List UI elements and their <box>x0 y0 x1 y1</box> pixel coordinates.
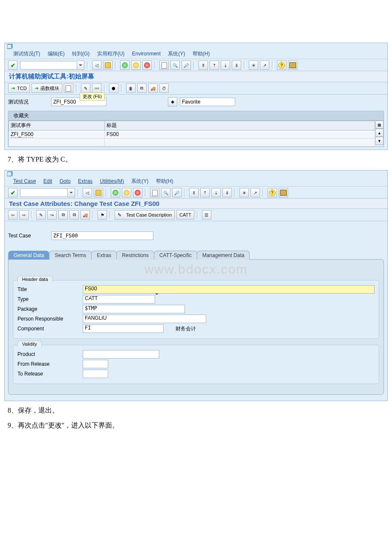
last-page-icon[interactable]: ⥥ <box>232 61 241 70</box>
person-responsible-input[interactable]: FANGLIU <box>83 315 206 323</box>
table-row[interactable] <box>9 139 375 147</box>
save-icon[interactable] <box>94 188 103 197</box>
first-page-icon[interactable]: ⥣ <box>199 61 208 70</box>
test-case-description-button[interactable]: ✎ Test Case Description <box>115 210 175 220</box>
tab-catt-specific[interactable]: CATT-Specific <box>154 251 197 260</box>
scroll-down-icon[interactable]: ▼ <box>375 137 383 145</box>
execute-icon[interactable]: ⬢ <box>109 84 118 93</box>
next-icon[interactable]: ⇨ <box>19 210 29 220</box>
prev-page-icon[interactable]: ⇡ <box>210 61 219 70</box>
menu-system[interactable]: 系统(Y) <box>131 178 148 184</box>
create-icon[interactable] <box>64 84 73 93</box>
table-row[interactable]: ZFI_FS00 FS00 <box>9 130 375 139</box>
print-icon[interactable] <box>159 61 169 70</box>
find-icon[interactable]: 🔍 <box>170 61 180 70</box>
prev-page-icon[interactable]: ⇡ <box>200 188 210 197</box>
catt-button[interactable]: CATT <box>176 210 194 220</box>
col-event[interactable]: 测试事件 <box>9 121 105 130</box>
page-title: 计算机辅助测试工具:初始屏幕 <box>5 71 387 82</box>
col-title[interactable]: 标题 <box>105 121 375 130</box>
help-icon[interactable]: ? <box>268 188 277 197</box>
tab-search-terms[interactable]: Search Terms <box>49 251 92 260</box>
menu-environment[interactable]: Environment <box>132 51 161 57</box>
run-icon[interactable]: ⏱ <box>159 84 169 93</box>
tcd-button[interactable]: ➜TCD <box>8 84 30 93</box>
title-input[interactable]: FS00 <box>83 285 375 294</box>
menu-goto[interactable]: 转到(G) <box>72 51 89 57</box>
save-icon[interactable] <box>103 61 112 70</box>
find-icon[interactable]: 🔍 <box>161 188 170 197</box>
menu-edit[interactable]: Edit <box>43 178 52 184</box>
command-field[interactable] <box>20 61 84 70</box>
transport-icon[interactable]: 🚚 <box>81 210 90 220</box>
product-input[interactable] <box>83 350 159 358</box>
menu-utilities[interactable]: 实用程序(U) <box>97 51 125 57</box>
shortcut-icon[interactable]: ↗ <box>251 188 260 197</box>
menu-edit[interactable]: 编辑(E) <box>48 51 65 57</box>
tab-management-data[interactable]: Management Data <box>197 251 250 260</box>
delete-icon[interactable]: 🗑 <box>126 84 135 93</box>
menu-test-case[interactable]: 测试情况(T) <box>13 51 40 57</box>
menu-test-case[interactable]: Test Case <box>13 178 36 184</box>
to-release-input[interactable] <box>83 370 108 378</box>
nav-back-icon[interactable]: ◁ <box>83 188 92 197</box>
menu-utilities[interactable]: Utilities(M) <box>100 178 124 184</box>
display-icon[interactable]: 👓 <box>92 84 101 93</box>
type-select[interactable]: CATT <box>83 295 155 304</box>
new-session-icon[interactable]: ✳ <box>249 61 258 70</box>
tab-restrictions[interactable]: Restrictions <box>116 251 154 260</box>
component-input[interactable]: FI <box>83 324 164 333</box>
tab-extras[interactable]: Extras <box>91 251 117 260</box>
menu-help[interactable]: 帮助(H) <box>193 51 210 57</box>
testcase-input[interactable]: ZFI_FS00 <box>51 231 153 240</box>
next-page-icon[interactable]: ⇣ <box>221 61 230 70</box>
command-field[interactable] <box>20 188 75 197</box>
shortcut-icon[interactable]: ↗ <box>260 61 269 70</box>
copy-icon[interactable]: ⧉ <box>58 210 68 220</box>
back-green-icon[interactable] <box>120 61 130 70</box>
favorite-toggle-icon[interactable]: ✱ <box>168 97 177 107</box>
layout-icon[interactable] <box>288 61 297 70</box>
first-page-icon[interactable]: ⥣ <box>189 188 199 197</box>
prev-icon[interactable]: ⇦ <box>8 210 17 220</box>
tab-general-data[interactable]: General Data <box>8 251 49 260</box>
scroll-up-icon[interactable]: ▲ <box>375 129 383 137</box>
from-release-input[interactable] <box>83 360 108 368</box>
find-next-icon[interactable]: 🔎 <box>172 188 182 197</box>
transport-icon[interactable]: 🚚 <box>148 84 158 93</box>
nav-back-icon[interactable]: ◁ <box>92 61 101 70</box>
from-release-label: From Release <box>17 361 79 367</box>
check-icon[interactable]: ⚑ <box>98 210 107 220</box>
exit-yellow-icon[interactable] <box>122 188 131 197</box>
paste-icon[interactable]: ⧉ <box>69 210 79 220</box>
next-page-icon[interactable]: ⇣ <box>211 188 221 197</box>
dropdown-icon <box>69 192 73 194</box>
exit-yellow-icon[interactable] <box>131 61 141 70</box>
other-object-icon[interactable]: ↪ <box>47 210 57 220</box>
menu-system[interactable]: 系统(Y) <box>168 51 185 57</box>
print-icon[interactable] <box>150 188 159 197</box>
favorite-field[interactable]: Favorite <box>180 98 235 106</box>
menu-extras[interactable]: Extras <box>78 178 92 184</box>
new-session-icon[interactable]: ✳ <box>239 188 249 197</box>
list-icon[interactable]: ☰ <box>202 210 211 220</box>
help-icon[interactable]: ? <box>277 61 286 70</box>
enter-button[interactable]: ✔ <box>8 61 17 70</box>
cancel-red-icon[interactable] <box>142 61 152 70</box>
menu-help[interactable]: 帮助(H) <box>156 178 173 184</box>
menu-goto[interactable]: Goto <box>60 178 71 184</box>
find-next-icon[interactable]: 🔎 <box>182 61 191 70</box>
menu-bar: Test Case Edit Goto Extras Utilities(M) … <box>5 171 387 187</box>
back-green-icon[interactable] <box>111 188 120 197</box>
toggle-icon[interactable]: ✎ <box>36 210 46 220</box>
type-dropdown-icon[interactable] <box>155 295 159 304</box>
enter-button[interactable]: ✔ <box>8 188 17 197</box>
layout-icon[interactable] <box>279 188 288 197</box>
last-page-icon[interactable]: ⥥ <box>222 188 232 197</box>
copy-icon[interactable]: ⧉ <box>137 84 147 93</box>
change-icon[interactable]: ✎ 更改 (F6) <box>81 84 90 93</box>
package-input[interactable]: $TMP <box>83 305 185 313</box>
cancel-red-icon[interactable] <box>133 188 142 197</box>
config-columns-icon[interactable]: ▦ <box>375 121 383 129</box>
func-button[interactable]: ➜函数模块 <box>32 84 62 93</box>
